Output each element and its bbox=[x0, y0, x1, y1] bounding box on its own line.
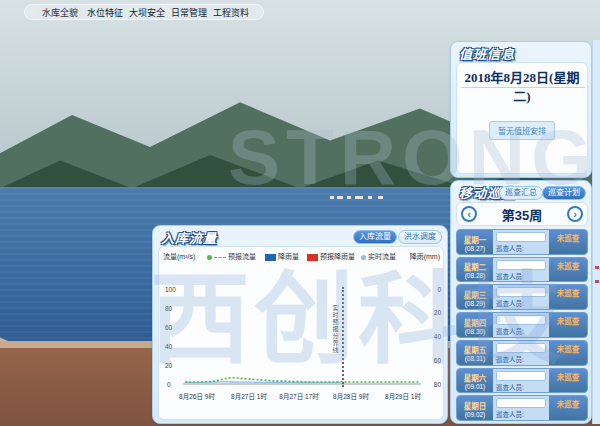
inflow-y-axis-label: 流量(m³/s) bbox=[163, 251, 195, 261]
x-tick: 8月28日 9时 bbox=[333, 391, 369, 401]
photo-tab-bar: 水库全貌 水位特征 大坝安全 日常管理 工程资料 bbox=[24, 4, 264, 20]
right-tick: 40 bbox=[434, 333, 441, 340]
day-label: 星期三 bbox=[464, 289, 487, 300]
patrol-person-box bbox=[496, 343, 546, 353]
date-label: (08.28) bbox=[465, 272, 486, 279]
patrol-row-monday[interactable]: 星期一(08.27) 巡查人员: 未巡查 bbox=[456, 229, 588, 255]
patrol-plan-button[interactable]: 巡查计划 bbox=[542, 186, 586, 200]
x-tick: 8月27日 17时 bbox=[279, 391, 318, 401]
patrol-row-wednesday[interactable]: 星期三(08.29) 巡查人员: 未巡查 bbox=[456, 284, 588, 310]
patrol-person-box bbox=[496, 371, 546, 381]
date-label: (08.29) bbox=[465, 300, 486, 307]
patrol-summary-button[interactable]: 巡查汇总 bbox=[499, 186, 543, 200]
patrol-person-box bbox=[496, 315, 546, 325]
person-label: 巡查人员: bbox=[496, 326, 546, 336]
tab-water-level-features[interactable]: 水位特征 bbox=[87, 6, 123, 19]
next-week-button[interactable]: › bbox=[567, 206, 583, 222]
tab-daily-management[interactable]: 日常管理 bbox=[171, 6, 207, 19]
clipped-content-strip bbox=[592, 40, 600, 424]
tab-dam-safety[interactable]: 大坝安全 bbox=[129, 6, 165, 19]
status-badge: 未巡查 bbox=[549, 313, 587, 338]
tab-reservoir-overview[interactable]: 水库全貌 bbox=[39, 6, 81, 19]
day-label: 星期日 bbox=[464, 400, 487, 411]
x-tick: 8月26日 9时 bbox=[179, 391, 215, 401]
day-label: 星期一 bbox=[464, 234, 487, 245]
mobile-patrol-panel: 移动巡查 巡查汇总 巡查计划 ‹ 第35周 › 星期一(08.27) 巡查人员:… bbox=[450, 180, 592, 424]
status-badge: 未巡查 bbox=[549, 285, 587, 310]
right-tick: 60 bbox=[434, 357, 441, 364]
person-label: 巡查人员: bbox=[496, 271, 546, 281]
x-tick: 8月29日 1时 bbox=[385, 391, 421, 401]
inflow-right-axis-label: 降雨(mm) bbox=[410, 251, 440, 261]
inflow-panel: 入库流量 入库流量 洪水调度 流量(m³/s) 预报流量 降雨量 预报降雨量 实… bbox=[152, 225, 448, 424]
prev-week-button[interactable]: ‹ bbox=[461, 206, 477, 222]
legend-forecast-rainfall: 预报降雨量 bbox=[307, 251, 355, 261]
duty-date: 2018年8月28日(星期二) bbox=[457, 67, 587, 105]
patrol-row-tuesday[interactable]: 星期二(08.28) 巡查人员: 未巡查 bbox=[456, 257, 588, 283]
patrol-person-box bbox=[496, 287, 546, 297]
week-label: 第35周 bbox=[502, 205, 542, 224]
person-label: 巡查人员: bbox=[496, 409, 546, 419]
date-label: (08.27) bbox=[465, 245, 486, 252]
right-tick: 0 bbox=[437, 286, 441, 293]
status-badge: 未巡查 bbox=[549, 396, 587, 421]
clipped-text-fragment bbox=[595, 266, 599, 269]
patrol-row-sunday[interactable]: 星期日(09.02) 巡查人员: 未巡查 bbox=[456, 395, 588, 421]
reservoir-photo-panel: 水库全貌 水位特征 大坝安全 日常管理 工程资料 bbox=[0, 0, 296, 183]
day-label: 星期四 bbox=[464, 317, 487, 328]
forecast-divider-line bbox=[342, 287, 344, 387]
legend-realtime-flow: 实时流量 bbox=[361, 251, 396, 261]
day-label: 星期五 bbox=[464, 344, 487, 355]
chevron-right-icon: › bbox=[573, 208, 577, 220]
patrol-person-box bbox=[496, 260, 546, 270]
patrol-row-saturday[interactable]: 星期六(09.01) 巡查人员: 未巡查 bbox=[456, 368, 588, 394]
tab-project-documents[interactable]: 工程资料 bbox=[213, 6, 249, 19]
y-tick: 60 bbox=[165, 324, 172, 331]
patrol-row-list: 星期一(08.27) 巡查人员: 未巡查 星期二(08.28) 巡查人员: 未巡… bbox=[456, 229, 588, 421]
duty-panel-title: 值班信息 bbox=[459, 44, 515, 63]
patrol-row-friday[interactable]: 星期五(08.31) 巡查人员: 未巡查 bbox=[456, 340, 588, 366]
right-tick: 20 bbox=[434, 309, 441, 316]
inflow-series bbox=[183, 285, 421, 385]
date-label: (08.31) bbox=[465, 355, 486, 362]
y-tick: 100 bbox=[165, 286, 176, 293]
flood-routing-tab-button[interactable]: 洪水调度 bbox=[398, 230, 442, 244]
y-tick: 80 bbox=[165, 305, 172, 312]
patrol-person-box bbox=[496, 232, 546, 242]
y-tick: 40 bbox=[165, 343, 172, 350]
legend-rainfall: 降雨量 bbox=[265, 251, 299, 261]
status-badge: 未巡查 bbox=[549, 258, 587, 283]
y-tick: 0 bbox=[167, 381, 171, 388]
divider bbox=[461, 87, 585, 88]
date-label: (08.30) bbox=[465, 328, 486, 335]
status-badge: 未巡查 bbox=[549, 369, 587, 394]
person-label: 巡查人员: bbox=[496, 354, 546, 364]
person-label: 巡查人员: bbox=[496, 298, 546, 308]
chevron-left-icon: ‹ bbox=[467, 208, 471, 220]
person-label: 巡查人员: bbox=[496, 243, 546, 253]
patrol-person-box bbox=[496, 398, 546, 408]
status-badge: 未巡查 bbox=[549, 341, 587, 366]
inflow-tab-button[interactable]: 入库流量 bbox=[353, 230, 397, 244]
x-tick: 8月27日 1时 bbox=[231, 391, 267, 401]
patrol-row-thursday[interactable]: 星期四(08.30) 巡查人员: 未巡查 bbox=[456, 312, 588, 338]
legend-forecast-flow: 预报流量 bbox=[207, 251, 256, 261]
date-label: (09.01) bbox=[465, 383, 486, 390]
inflow-chart: 流量(m³/s) 预报流量 降雨量 预报降雨量 实时流量 降雨(mm) 100 … bbox=[158, 246, 444, 420]
status-badge: 未巡查 bbox=[549, 230, 587, 255]
day-label: 星期六 bbox=[464, 372, 487, 383]
forecast-divider-label: 实时预报分界线 bbox=[331, 305, 340, 354]
week-selector: ‹ 第35周 › bbox=[456, 202, 588, 226]
person-label: 巡查人员: bbox=[496, 382, 546, 392]
no-duty-badge[interactable]: 暂无值班安排 bbox=[489, 121, 555, 140]
duty-info-panel: 值班信息 2018年8月28日(星期二) 暂无值班安排 bbox=[450, 41, 592, 178]
inflow-panel-title: 入库流量 bbox=[161, 228, 217, 247]
y-tick: 20 bbox=[165, 362, 172, 369]
day-label: 星期二 bbox=[464, 261, 487, 272]
duty-content: 2018年8月28日(星期二) 暂无值班安排 bbox=[456, 62, 588, 174]
clipped-text-fragment bbox=[595, 280, 599, 283]
right-tick: 80 bbox=[434, 381, 441, 388]
date-label: (09.02) bbox=[465, 411, 486, 418]
